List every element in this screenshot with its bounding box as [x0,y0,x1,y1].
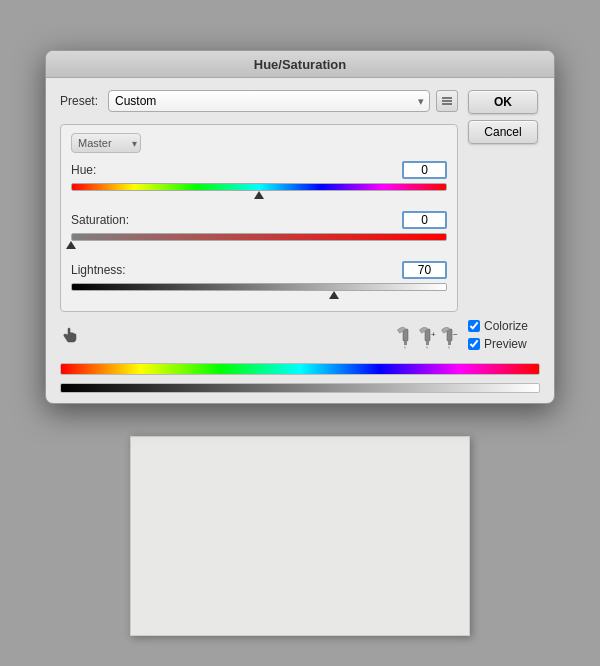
svg-text:+: + [431,330,436,339]
preset-options-button[interactable] [436,90,458,112]
preset-select[interactable]: Custom [108,90,430,112]
preview-row: Preview [468,337,540,351]
checkboxes-area: Colorize Preview [468,311,540,351]
svg-rect-8 [426,341,429,345]
hue-thumb-container [71,191,447,201]
svg-marker-14 [449,345,450,349]
right-buttons: OK Cancel Colorize Preview [468,90,540,351]
dialog-body: Preset: Custom [46,78,554,363]
svg-text:−: − [453,330,458,339]
hue-gradient [71,183,447,191]
tools-row: + − [60,320,458,351]
bottom-spectrum-bar [60,363,540,375]
eyedropper-tools: + − [396,327,458,349]
colorize-checkbox[interactable] [468,320,480,332]
preview-label: Preview [484,337,527,351]
light-thumb-container [71,291,447,301]
preset-select-wrap[interactable]: Custom [108,90,430,112]
lightness-label: Lightness: [71,263,126,277]
lightness-label-row: Lightness: [71,261,447,279]
hand-tool-icon[interactable] [60,324,82,351]
light-gradient [71,283,447,291]
hue-label: Hue: [71,163,96,177]
dialog-title: Hue/Saturation [254,57,346,72]
sat-thumb [66,241,76,249]
preset-row: Preset: Custom [60,90,458,112]
saturation-label-row: Saturation: [71,211,447,229]
bottom-gray-bar [60,383,540,393]
sliders-panel: Master Hue: [60,124,458,312]
saturation-input[interactable] [402,211,447,229]
sat-thumb-container [71,241,447,251]
sat-track[interactable] [71,233,447,251]
master-row: Master [71,133,447,153]
master-select[interactable]: Master [71,133,141,153]
main-area: Preset: Custom [60,90,458,351]
hue-label-row: Hue: [71,161,447,179]
colorize-label: Colorize [484,319,528,333]
svg-marker-9 [427,345,428,349]
hue-slider-group: Hue: [71,161,447,201]
sat-gradient [71,233,447,241]
light-track[interactable] [71,283,447,301]
dialog-titlebar: Hue/Saturation [46,51,554,78]
colorize-row: Colorize [468,319,540,333]
hue-saturation-dialog: Hue/Saturation Preset: Custom [45,50,555,404]
ok-button[interactable]: OK [468,90,538,114]
hue-thumb [254,191,264,199]
svg-rect-13 [448,341,451,345]
lightness-input[interactable] [402,261,447,279]
cancel-button[interactable]: Cancel [468,120,538,144]
master-select-wrap[interactable]: Master [71,133,141,153]
saturation-slider-group: Saturation: [71,211,447,251]
lightness-slider-group: Lightness: [71,261,447,301]
svg-marker-5 [405,345,406,349]
hue-input[interactable] [402,161,447,179]
eyedropper2-icon[interactable]: + [418,327,436,349]
eyedropper3-icon[interactable]: − [440,327,458,349]
eyedropper1-icon[interactable] [396,327,414,349]
light-thumb [329,291,339,299]
preset-label: Preset: [60,94,102,108]
saturation-label: Saturation: [71,213,129,227]
preview-checkbox[interactable] [468,338,480,350]
hue-track[interactable] [71,183,447,201]
canvas-paper [130,436,470,636]
svg-rect-4 [404,341,407,345]
